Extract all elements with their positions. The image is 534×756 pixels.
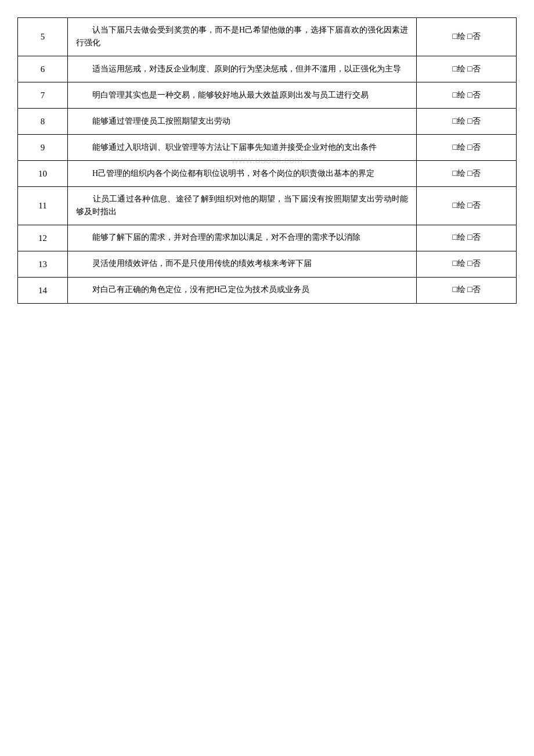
- content-text: 认当下届只去做会受到奖赏的事，而不是H己希望他做的事，选择下届喜欢的强化因素进行…: [76, 26, 408, 47]
- row-number: 6: [18, 56, 68, 82]
- row-content: 适当运用惩戒，对违反企业制度、原则的行为坚决惩戒，但并不滥用，以正强化为主导: [67, 56, 416, 82]
- table-row: 13 灵活使用绩效评估，而不是只使用传统的绩效考核来考评下届□绘 □否: [18, 251, 517, 277]
- table-row: 12 能够了解下届的需求，并对合理的需求加以满足，对不合理的需求予以消除□绘 □…: [18, 225, 517, 251]
- table-row: 7 明白管理其实也是一种交易，能够较好地从最大效益原则出发与员工进行交易□绘 □…: [18, 82, 517, 108]
- row-number: 10: [18, 160, 68, 186]
- content-text: 让员工通过各种信息、途径了解到组织对他的期望，当下届没有按照期望支出劳动时能够及…: [76, 195, 408, 216]
- content-text: 能够通过入职培训、职业管理等方法让下届事先知道并接受企业对他的支出条件: [76, 143, 377, 152]
- row-content: 灵活使用绩效评估，而不是只使用传统的绩效考核来考评下届: [67, 251, 416, 277]
- row-content: 让员工通过各种信息、途径了解到组织对他的期望，当下届没有按照期望支出劳动时能够及…: [67, 186, 416, 225]
- table-row: 8 能够通过管理使员工按照期望支出劳动□绘 □否: [18, 108, 517, 134]
- row-option[interactable]: □绘 □否: [417, 186, 517, 225]
- row-content: H己管理的组织内各个岗位都有职位说明书，对各个岗位的职责做出基本的界定: [67, 160, 416, 186]
- table-row: 14 对白己有正确的角色定位，没有把H己定位为技术员或业务员□绘 □否: [18, 277, 517, 303]
- row-number: 5: [18, 18, 68, 56]
- content-text: H己管理的组织内各个岗位都有职位说明书，对各个岗位的职责做出基本的界定: [76, 169, 374, 178]
- row-content: 认当下届只去做会受到奖赏的事，而不是H己希望他做的事，选择下届喜欢的强化因素进行…: [67, 18, 416, 56]
- row-number: 13: [18, 251, 68, 277]
- table-row: 6 适当运用惩戒，对违反企业制度、原则的行为坚决惩戒，但并不滥用，以正强化为主导…: [18, 56, 517, 82]
- row-number: 14: [18, 277, 68, 303]
- row-option[interactable]: □绘 □否: [417, 160, 517, 186]
- table-row: 9 能够通过入职培训、职业管理等方法让下届事先知道并接受企业对他的支出条件□绘 …: [18, 134, 517, 160]
- main-table: 5 认当下届只去做会受到奖赏的事，而不是H己希望他做的事，选择下届喜欢的强化因素…: [17, 17, 517, 304]
- content-text: 适当运用惩戒，对违反企业制度、原则的行为坚决惩戒，但并不滥用，以正强化为主导: [76, 64, 401, 73]
- row-option[interactable]: □绘 □否: [417, 56, 517, 82]
- row-number: 7: [18, 82, 68, 108]
- table-row: 11 让员工通过各种信息、途径了解到组织对他的期望，当下届没有按照期望支出劳动时…: [18, 186, 517, 225]
- row-option[interactable]: □绘 □否: [417, 108, 517, 134]
- row-content: 能够通过管理使员工按照期望支出劳动: [67, 108, 416, 134]
- row-number: 8: [18, 108, 68, 134]
- table-row: 5 认当下届只去做会受到奖赏的事，而不是H己希望他做的事，选择下届喜欢的强化因素…: [18, 18, 517, 56]
- row-content: 明白管理其实也是一种交易，能够较好地从最大效益原则出发与员工进行交易: [67, 82, 416, 108]
- content-text: 灵活使用绩效评估，而不是只使用传统的绩效考核来考评下届: [76, 259, 312, 268]
- row-option[interactable]: □绘 □否: [417, 251, 517, 277]
- row-content: 能够通过入职培训、职业管理等方法让下届事先知道并接受企业对他的支出条件: [67, 134, 416, 160]
- row-option[interactable]: □绘 □否: [417, 82, 517, 108]
- page-container: www.uuocx.com 5 认当下届只去做会受到奖赏的事，而不是H己希望他做…: [17, 12, 517, 309]
- row-number: 11: [18, 186, 68, 225]
- row-content: 能够了解下届的需求，并对合理的需求加以满足，对不合理的需求予以消除: [67, 225, 416, 251]
- table-row: 10 H己管理的组织内各个岗位都有职位说明书，对各个岗位的职责做出基本的界定□绘…: [18, 160, 517, 186]
- content-text: 对白己有正确的角色定位，没有把H己定位为技术员或业务员: [76, 285, 309, 294]
- table-wrapper: www.uuocx.com 5 认当下届只去做会受到奖赏的事，而不是H己希望他做…: [17, 17, 517, 304]
- row-option[interactable]: □绘 □否: [417, 225, 517, 251]
- row-option[interactable]: □绘 □否: [417, 277, 517, 303]
- content-text: 明白管理其实也是一种交易，能够较好地从最大效益原则出发与员工进行交易: [76, 91, 369, 99]
- row-number: 9: [18, 134, 68, 160]
- row-number: 12: [18, 225, 68, 251]
- content-text: 能够了解下届的需求，并对合理的需求加以满足，对不合理的需求予以消除: [76, 233, 360, 242]
- content-text: 能够通过管理使员工按照期望支出劳动: [76, 117, 230, 125]
- row-content: 对白己有正确的角色定位，没有把H己定位为技术员或业务员: [67, 277, 416, 303]
- row-option[interactable]: □绘 □否: [417, 18, 517, 56]
- row-option[interactable]: □绘 □否: [417, 134, 517, 160]
